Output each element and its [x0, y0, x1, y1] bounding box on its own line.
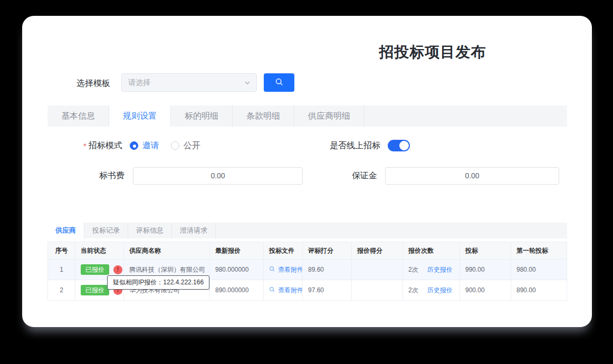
page-title: 招投标项目发布	[317, 42, 549, 62]
chevron-down-icon	[244, 79, 251, 89]
cell-latest-quote: 890.000000	[210, 280, 264, 300]
col-eval-score: 评标打分	[303, 242, 352, 259]
tender-fee-field: 标书费	[99, 167, 303, 185]
col-seq: 序号	[48, 242, 75, 259]
col-bid-file: 投标文件	[264, 242, 303, 259]
cell-quote-times: 2次 历史报价	[403, 260, 460, 280]
tab-terms-detail[interactable]: 条款明细	[233, 106, 294, 127]
status-badge: 已报价	[81, 285, 109, 295]
cell-eval-score: 89.60	[303, 260, 352, 280]
cell-quote-times: 2次 历史报价	[403, 280, 460, 300]
toggle-knob	[399, 141, 409, 150]
cell-bid-file: 查看附件	[264, 280, 303, 300]
tender-fee-label: 标书费	[99, 170, 124, 181]
quote-times-value: 2次	[408, 265, 418, 274]
sub-tab-supplier[interactable]: 供应商	[47, 223, 84, 238]
radio-invite-label[interactable]: 邀请	[142, 140, 159, 151]
tab-basic-info[interactable]: 基本信息	[47, 106, 109, 127]
sub-tab-bar: 供应商 投标记录 评标信息 澄清请求	[47, 223, 567, 238]
cell-seq: 2	[48, 280, 75, 300]
view-attachment-link[interactable]: 查看附件	[278, 286, 303, 295]
online-bidding-label: 是否线上招标	[330, 140, 380, 151]
col-quote-score: 报价得分	[352, 242, 403, 259]
col-supplier: 供应商名称	[124, 242, 210, 259]
history-quote-link[interactable]: 历史报价	[427, 265, 453, 274]
tab-supplier-detail[interactable]: 供应商明细	[294, 106, 365, 127]
main-card: 招投标项目发布 选择模板 请选择 基本信息 规则设置 标的明细 条款明细 供应商…	[22, 16, 592, 327]
sub-tab-evaluation-info[interactable]: 评标信息	[128, 223, 172, 238]
cell-eval-score: 97.60	[303, 280, 352, 300]
deposit-label: 保证金	[352, 170, 377, 181]
required-asterisk: *	[83, 141, 87, 150]
same-ip-tooltip: 疑似相同IP报价：122.4.222.166	[107, 275, 209, 290]
col-first-round: 第一轮投标	[511, 242, 567, 259]
search-icon	[275, 78, 284, 88]
cell-first-round: 890.00	[511, 280, 567, 300]
radio-open-label[interactable]: 公开	[184, 140, 200, 151]
radio-invite[interactable]	[130, 141, 138, 150]
bid-mode-field: * 招标模式 邀请 公开	[83, 138, 200, 153]
cell-bid-file: 查看附件	[264, 260, 303, 280]
cell-latest-quote: 980.000000	[210, 260, 264, 280]
cell-bid: 900.00	[460, 280, 511, 300]
col-bid: 投标	[460, 242, 511, 259]
table-header-row: 序号 当前状态 供应商名称 最新报价 投标文件 评标打分 报价得分 报价次数 投…	[48, 242, 567, 259]
online-bidding-field: 是否线上招标	[330, 138, 410, 153]
online-bidding-toggle[interactable]	[388, 140, 410, 151]
history-quote-link[interactable]: 历史报价	[427, 286, 453, 295]
main-tab-bar: 基本信息 规则设置 标的明细 条款明细 供应商明细	[47, 106, 567, 127]
sub-tab-bid-records[interactable]: 投标记录	[84, 223, 128, 238]
attachment-search-icon	[269, 286, 275, 294]
supplier-table: 序号 当前状态 供应商名称 最新报价 投标文件 评标打分 报价得分 报价次数 投…	[47, 242, 567, 301]
col-quote-times: 报价次数	[403, 242, 460, 259]
sub-tab-clarification-request[interactable]: 澄清请求	[172, 223, 216, 238]
quote-times-value: 2次	[408, 286, 418, 295]
cell-quote-score	[352, 260, 403, 280]
radio-open[interactable]	[171, 141, 179, 150]
cell-quote-score	[352, 280, 403, 300]
col-status: 当前状态	[75, 242, 124, 259]
deposit-field: 保证金	[352, 167, 559, 185]
search-button[interactable]	[264, 73, 294, 92]
cell-seq: 1	[48, 260, 75, 280]
cell-bid: 990.00	[460, 260, 511, 280]
template-select[interactable]: 请选择	[121, 73, 257, 92]
tab-subject-detail[interactable]: 标的明细	[171, 106, 233, 127]
bid-mode-label: 招标模式	[89, 140, 122, 151]
view-attachment-link[interactable]: 查看附件	[278, 265, 303, 274]
cell-first-round: 980.00	[511, 260, 567, 280]
status-badge: 已报价	[81, 264, 109, 275]
deposit-input[interactable]	[385, 167, 559, 185]
template-select-placeholder: 请选择	[128, 78, 150, 88]
attachment-search-icon	[269, 266, 275, 274]
ip-alert-icon[interactable]: !	[113, 265, 122, 274]
tender-fee-input[interactable]	[133, 167, 303, 185]
tab-rule-settings[interactable]: 规则设置	[109, 106, 171, 127]
col-latest-quote: 最新报价	[210, 242, 264, 259]
template-picker-label: 选择模板	[76, 78, 110, 89]
